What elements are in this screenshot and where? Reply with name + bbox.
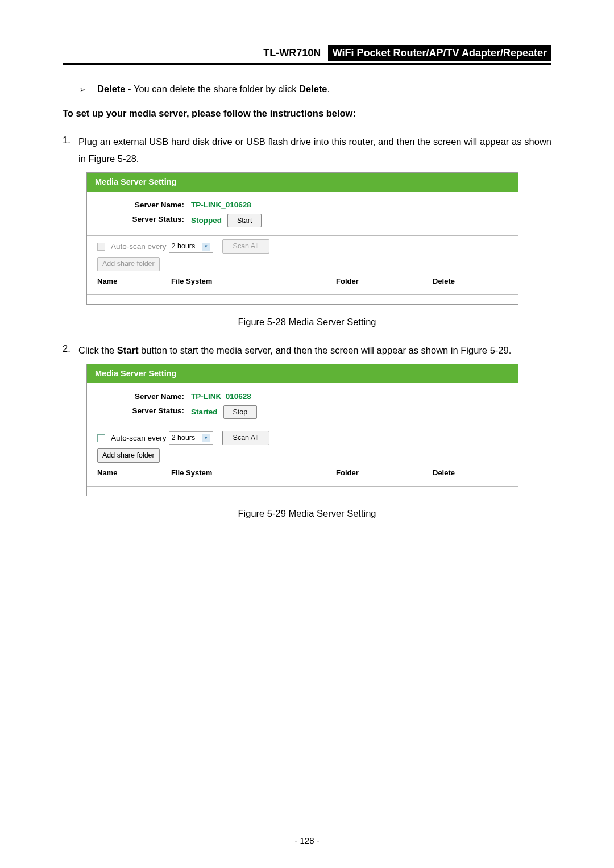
- page-number: - 128 -: [0, 836, 614, 845]
- chevron-down-icon: ▾: [202, 434, 210, 442]
- col-delete: Delete: [433, 276, 489, 287]
- figure-5-28: Media Server Setting Server Name: TP-LIN…: [86, 172, 518, 305]
- col-file-system: File System: [171, 467, 336, 479]
- scan-all-button[interactable]: Scan All: [222, 239, 269, 254]
- server-status-label: Server Status:: [97, 405, 191, 420]
- server-name-label: Server Name:: [97, 200, 191, 211]
- bullet-delete: ➢ Delete - You can delete the share fold…: [80, 82, 551, 96]
- server-name-value: TP-LINK_010628: [191, 200, 251, 211]
- chevron-down-icon: ▾: [202, 243, 210, 251]
- model-desc: WiFi Pocket Router/AP/TV Adapter/Repeate…: [328, 45, 551, 61]
- autoscan-checkbox[interactable]: [97, 434, 105, 442]
- table-header: Name File System Folder Delete: [97, 467, 508, 479]
- bullet-icon: ➢: [80, 84, 86, 95]
- add-share-folder-button[interactable]: Add share folder: [97, 448, 160, 463]
- scan-all-button[interactable]: Scan All: [222, 431, 269, 445]
- instructions-heading: To set up your media server, please foll…: [63, 106, 551, 121]
- col-file-system: File System: [171, 276, 336, 287]
- autoscan-interval-select[interactable]: 2 hours ▾: [169, 431, 213, 445]
- col-name: Name: [97, 276, 171, 287]
- col-delete: Delete: [433, 467, 489, 479]
- col-folder: Folder: [336, 467, 433, 479]
- panel-title: Media Server Setting: [87, 364, 518, 384]
- autoscan-label: Auto-scan every: [111, 241, 167, 252]
- stop-button[interactable]: Stop: [223, 405, 258, 420]
- figure-5-28-caption: Figure 5-28 Media Server Setting: [63, 315, 551, 329]
- server-status-value: Started: [191, 406, 218, 418]
- model-number: TL-WR710N: [263, 47, 321, 59]
- add-share-folder-button[interactable]: Add share folder: [97, 257, 160, 271]
- figure-5-29: Media Server Setting Server Name: TP-LIN…: [86, 364, 518, 497]
- server-name-value: TP-LINK_010628: [191, 391, 251, 402]
- col-name: Name: [97, 467, 171, 479]
- start-button[interactable]: Start: [227, 214, 262, 228]
- server-status-value: Stopped: [191, 215, 222, 226]
- autoscan-interval-select[interactable]: 2 hours ▾: [169, 240, 213, 253]
- col-folder: Folder: [336, 276, 433, 287]
- figure-5-29-caption: Figure 5-29 Media Server Setting: [63, 506, 551, 521]
- autoscan-checkbox[interactable]: [97, 243, 105, 251]
- server-status-label: Server Status:: [97, 214, 191, 228]
- server-name-label: Server Name:: [97, 391, 191, 402]
- table-header: Name File System Folder Delete: [97, 276, 508, 287]
- page-header: TL-WR710N WiFi Pocket Router/AP/TV Adapt…: [63, 45, 551, 65]
- panel-title: Media Server Setting: [87, 173, 518, 192]
- autoscan-label: Auto-scan every: [111, 433, 167, 444]
- step-2: 2. Click the Start button to start the m…: [63, 342, 551, 359]
- bullet-text: Delete - You can delete the share folder…: [97, 82, 330, 96]
- step-1: 1. Plug an external USB hard disk drive …: [63, 133, 551, 168]
